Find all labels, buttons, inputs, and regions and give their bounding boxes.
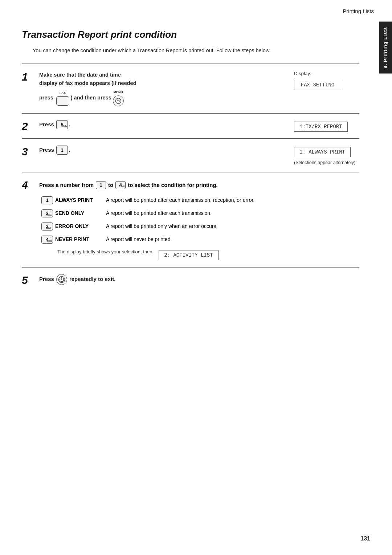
- option-3-key: 3 DEF: [39, 223, 55, 230]
- menu-key-wrap: MENU: [113, 90, 124, 106]
- step-4-key-to-sub: GHI: [119, 185, 124, 188]
- option-row-2: 2 ABC SEND ONLY A report will be printed…: [39, 209, 377, 217]
- step-4-intro: Press a number from 1 to 4 GHI to select…: [39, 179, 359, 191]
- stop-button-icon: [56, 274, 67, 285]
- step-2: 2 Press 5 JKL . 1:TX/RX REPORT: [22, 114, 359, 139]
- step-2-key: 5 JKL: [56, 120, 68, 130]
- step-1-content: Make sure that the date and time display…: [39, 71, 287, 106]
- step-5-suffix: repeatedly to exit.: [69, 275, 116, 283]
- step-4-number: 4: [22, 179, 39, 191]
- step-2-key-sub: JKL: [61, 124, 67, 128]
- step-2-display-box: 1:TX/RX REPORT: [294, 122, 348, 132]
- option-4-key: 4 GHI: [39, 236, 55, 244]
- side-tab-label: 8. Printing Lists: [383, 27, 389, 69]
- fax-key-wrap: FAX: [56, 90, 70, 105]
- steps-container: 1 Make sure that the date and time displ…: [22, 64, 359, 292]
- menu-key-icon: [113, 95, 124, 106]
- option-row-4: 4 GHI NEVER PRINT A report will never be…: [39, 236, 377, 244]
- option-4-key-sub: GHI: [47, 239, 52, 242]
- step-2-display: 1:TX/RX REPORT: [287, 120, 359, 132]
- step-2-inline: Press 5 JKL .: [39, 120, 287, 130]
- step-4-suffix: to select the condition for printing.: [128, 182, 218, 188]
- step-4-key-from: 1: [96, 181, 106, 189]
- main-content: Transaction Report print condition You c…: [22, 29, 374, 292]
- step-4-to-text: to: [108, 182, 113, 188]
- step-4-intro-text: Press a number from: [39, 182, 94, 188]
- step-1-number: 1: [22, 71, 39, 82]
- step-3-display-note: (Selections appear alternately): [294, 160, 359, 165]
- page-header: Printing Lists: [343, 8, 374, 14]
- step-1-display-box: FAX SETTING: [294, 80, 341, 90]
- step-5-press: Press: [39, 275, 54, 283]
- option-2-key: 2 ABC: [39, 209, 55, 217]
- option-3-key-sub: DEF: [46, 226, 52, 229]
- step-5: 5 Press repeatedly to exit.: [22, 268, 359, 292]
- page-title: Transaction Report print condition: [22, 29, 359, 40]
- option-4-name: NEVER PRINT: [55, 236, 106, 242]
- step-3-display-box: 1: ALWAYS PRINT: [294, 147, 351, 157]
- step-1-and-then: ) and then press: [71, 94, 111, 102]
- step-3-press: Press: [39, 146, 54, 154]
- step-2-number: 2: [22, 120, 39, 132]
- option-2-name: SEND ONLY: [55, 209, 106, 216]
- step-5-number: 5: [22, 274, 39, 286]
- option-3-desc: A report will be printed only when an er…: [106, 223, 377, 230]
- page-number: 131: [360, 535, 370, 542]
- option-row-3: 3 DEF ERROR ONLY A report will be printe…: [39, 223, 377, 230]
- fax-key-btn: [56, 96, 69, 106]
- option-1-name: ALWAYS PRINT: [55, 196, 106, 203]
- step-3-content: Press 1 .: [39, 146, 287, 155]
- menu-key-label: MENU: [113, 90, 124, 95]
- step-1-press-label: press: [39, 94, 53, 102]
- step-2-press: Press: [39, 121, 54, 129]
- step-3-number: 3: [22, 146, 39, 157]
- step-2-content: Press 5 JKL .: [39, 120, 287, 130]
- fax-key-label: FAX: [56, 90, 70, 95]
- step-3-key: 1: [56, 146, 68, 155]
- step-3-display: 1: ALWAYS PRINT (Selections appear alter…: [287, 146, 359, 165]
- step-1-line2: display of fax mode appears (if needed: [39, 79, 287, 87]
- option-1-key: 1: [39, 196, 55, 204]
- option-2-key-sub: ABC: [46, 213, 52, 216]
- step-1-line1: Make sure that the date and time: [39, 71, 287, 79]
- step-4-row: 4 Press a number from 1 to 4 GHI to sele…: [22, 179, 359, 191]
- step-4-options: 1 ALWAYS PRINT A report will be printed …: [39, 196, 377, 260]
- step-1-display-label: Display:: [294, 71, 359, 76]
- step-3-inline: Press 1 .: [39, 146, 287, 155]
- step-3-period: .: [69, 146, 70, 154]
- step-4-display-note-text: The display briefly shows your selection…: [57, 249, 154, 255]
- step-1-display: Display: FAX SETTING: [287, 71, 359, 90]
- step-2-period: .: [69, 121, 70, 129]
- step-3: 3 Press 1 . 1: ALWAYS PRINT (Selections …: [22, 139, 359, 172]
- option-3-name: ERROR ONLY: [55, 223, 106, 229]
- option-row-1: 1 ALWAYS PRINT A report will be printed …: [39, 196, 377, 204]
- step-4-key-to: 4 GHI: [115, 181, 126, 189]
- step-5-content: Press repeatedly to exit.: [39, 274, 359, 285]
- side-tab: 8. Printing Lists: [379, 22, 392, 74]
- option-4-desc: A report will never be printed.: [106, 236, 377, 243]
- step-5-inline: Press repeatedly to exit.: [39, 274, 359, 285]
- step-4: 4 Press a number from 1 to 4 GHI to sele…: [22, 172, 359, 268]
- intro-text: You can change the condition under which…: [33, 47, 359, 55]
- step-4-display-note-box: 2: ACTIVITY LIST: [159, 250, 218, 260]
- step-4-display-note: The display briefly shows your selection…: [57, 249, 377, 260]
- step-1: 1 Make sure that the date and time displ…: [22, 64, 359, 114]
- option-2-desc: A report will be printed after each tran…: [106, 209, 377, 217]
- step-1-press-row: press FAX ) and then press MENU: [39, 90, 287, 106]
- header-title: Printing Lists: [343, 8, 374, 14]
- option-1-desc: A report will be printed after each tran…: [106, 196, 377, 204]
- svg-point-0: [115, 98, 121, 103]
